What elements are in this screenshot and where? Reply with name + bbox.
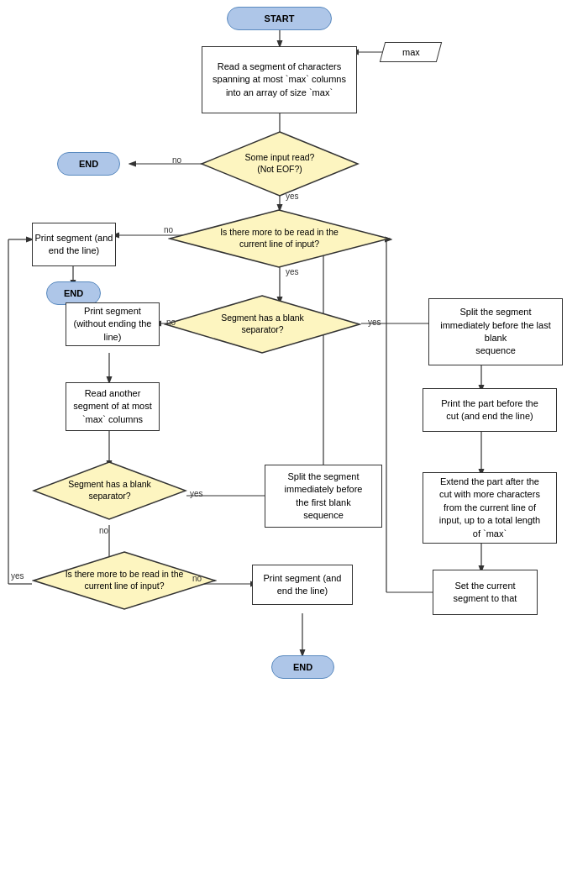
end3-node: END xyxy=(271,655,334,679)
more-to-read-label: Is there more to be read in the current … xyxy=(220,227,339,250)
segment-blank-label: Segment has a blank separator? xyxy=(221,313,304,335)
segment-blank-node: Segment has a blank separator? xyxy=(164,294,361,355)
end1-label: END xyxy=(79,159,98,169)
split-last-node: Split the segment immediately before the… xyxy=(428,298,563,365)
print-before-cut-node: Print the part before the cut (and end t… xyxy=(423,388,557,432)
more-to-read2-label: Is there more to be read in the current … xyxy=(66,569,184,591)
more-to-read2-node: Is there more to be read in the current … xyxy=(32,550,217,611)
end3-label: END xyxy=(293,662,312,672)
split-first-label: Split the segment immediately before the… xyxy=(285,470,363,523)
read-another-node: Read another segment of at most `max` co… xyxy=(66,382,160,431)
start-node: START xyxy=(227,7,332,30)
print-before-cut-label: Print the part before the cut (and end t… xyxy=(441,397,538,423)
print-end-line-node: Print segment (and end the line) xyxy=(32,223,116,266)
extend-part-label: Extend the part after the cut with more … xyxy=(439,476,540,540)
yes-label-more-to-read2: yes xyxy=(11,571,24,581)
print-without-ending-node: Print segment (without ending the line) xyxy=(66,302,160,346)
end2-node: END xyxy=(46,281,101,305)
no-label-segment-blank2: no xyxy=(99,526,108,535)
print-end-line-label: Print segment (and end the line) xyxy=(35,232,113,258)
no-label-some-input: no xyxy=(172,155,181,165)
segment-blank2-label: Segment has a blank separator? xyxy=(68,479,151,502)
some-input-node: Some input read? (Not EOF?) xyxy=(200,130,360,197)
end2-label: END xyxy=(64,288,83,298)
print-end-line2-label: Print segment (and end the line) xyxy=(264,572,342,598)
start-label: START xyxy=(265,13,295,24)
split-first-node: Split the segment immediately before the… xyxy=(265,465,382,528)
set-current-label: Set the current segment to that xyxy=(454,580,517,606)
print-end-line2-node: Print segment (and end the line) xyxy=(252,565,353,605)
extend-part-node: Extend the part after the cut with more … xyxy=(423,472,557,544)
yes-label-segment-blank2: yes xyxy=(190,489,203,498)
some-input-label: Some input read? (Not EOF?) xyxy=(245,152,315,175)
max-input-node: max xyxy=(382,42,439,62)
flowchart: START max Read a segment of characters s… xyxy=(0,0,588,883)
read-another-label: Read another segment of at most `max` co… xyxy=(73,387,152,426)
end1-node: END xyxy=(57,152,120,176)
more-to-read-node: Is there more to be read in the current … xyxy=(168,208,391,269)
print-without-ending-label: Print segment (without ending the line) xyxy=(74,305,152,344)
max-label: max xyxy=(402,47,420,57)
read-segment-label: Read a segment of characters spanning at… xyxy=(213,60,346,99)
set-current-node: Set the current segment to that xyxy=(433,570,538,615)
read-segment-node: Read a segment of characters spanning at… xyxy=(202,46,357,113)
yes-label-segment-blank: yes xyxy=(368,318,381,327)
split-last-label: Split the segment immediately before the… xyxy=(429,306,562,358)
segment-blank2-node: Segment has a blank separator? xyxy=(32,460,187,521)
